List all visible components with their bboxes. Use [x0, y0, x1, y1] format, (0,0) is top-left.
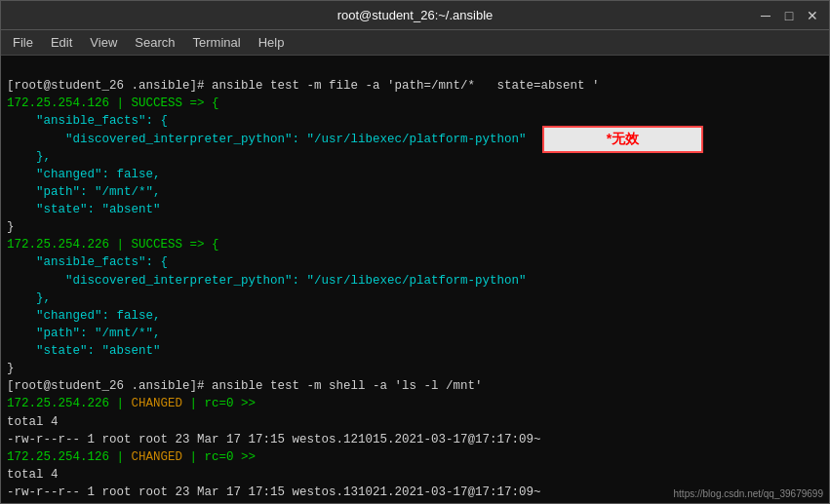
menubar: File Edit View Search Terminal Help	[1, 30, 829, 56]
maximize-button[interactable]: □	[780, 7, 798, 24]
menu-file[interactable]: File	[5, 33, 41, 52]
window-controls: ─ □ ✕	[757, 7, 821, 24]
minimize-button[interactable]: ─	[757, 7, 774, 24]
menu-edit[interactable]: Edit	[43, 33, 80, 52]
menu-view[interactable]: View	[82, 33, 125, 52]
titlebar: root@student_26:~/.ansible ─ □ ✕	[1, 1, 829, 30]
watermark: https://blog.csdn.net/qq_39679699	[674, 488, 823, 499]
annotation-text: *无效	[607, 131, 639, 148]
terminal-window: root@student_26:~/.ansible ─ □ ✕ File Ed…	[0, 0, 830, 504]
window-title: root@student_26:~/.ansible	[337, 8, 494, 22]
menu-terminal[interactable]: Terminal	[185, 33, 249, 52]
close-button[interactable]: ✕	[804, 7, 821, 24]
menu-help[interactable]: Help	[251, 33, 293, 52]
menu-search[interactable]: Search	[127, 33, 182, 52]
terminal-body[interactable]: [root@student_26 .ansible]# ansible test…	[1, 56, 829, 503]
annotation-box: *无效	[542, 126, 703, 153]
